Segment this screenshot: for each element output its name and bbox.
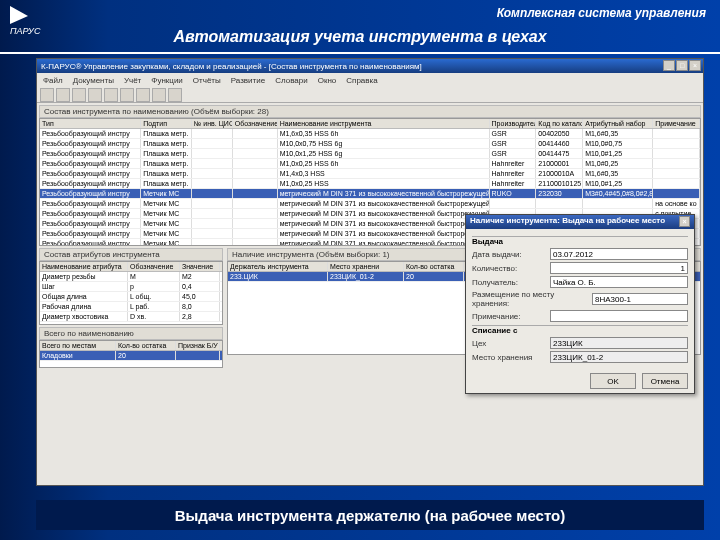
app-title: К-ПАРУС® Управление закупками, складом и…: [41, 62, 422, 71]
table-row[interactable]: Резьбообразующий инструМетчик МСметричес…: [40, 189, 700, 199]
menu-documents[interactable]: Документы: [73, 76, 114, 85]
close-button[interactable]: ×: [689, 60, 701, 71]
menu-functions[interactable]: Функции: [151, 76, 183, 85]
table-row[interactable]: Резьбообразующий инструПлашка метр.M10,0…: [40, 149, 700, 159]
date-label: Дата выдачи:: [472, 250, 550, 259]
tool-icon[interactable]: [40, 88, 54, 102]
cancel-button[interactable]: Отмена: [642, 373, 688, 389]
tool-icon[interactable]: [72, 88, 86, 102]
title-underline: [0, 52, 720, 54]
location-field[interactable]: 8НА300-1: [592, 293, 688, 305]
table-row[interactable]: Диаметр хвостовикаD хв.2,8: [40, 312, 222, 322]
table-row[interactable]: Диаметр резьбыМM2: [40, 272, 222, 282]
menu-development[interactable]: Развитие: [231, 76, 265, 85]
panel1-title: Состав инструмента по наименованию (Объё…: [39, 105, 701, 118]
ok-button[interactable]: OK: [590, 373, 636, 389]
table-row[interactable]: Резьбообразующий инструПлашка метр.M1,0x…: [40, 179, 700, 189]
location-label: Размещение по месту хранения:: [472, 290, 592, 308]
list-field: 233ЦИК: [550, 337, 688, 349]
footer-caption: Выдача инструмента держателю (на рабочее…: [36, 500, 704, 530]
dialog-section-issue: Выдача: [472, 236, 688, 246]
tool-icon[interactable]: [168, 88, 182, 102]
dialog-title: Наличие инструмента: Выдача на рабочее м…: [470, 216, 665, 228]
table-row[interactable]: Резьбообразующий инструМетчик МСметричес…: [40, 199, 700, 209]
titlebar: К-ПАРУС® Управление закупками, складом и…: [37, 59, 703, 73]
maximize-button[interactable]: □: [676, 60, 688, 71]
menu-window[interactable]: Окно: [318, 76, 337, 85]
tool-icon[interactable]: [104, 88, 118, 102]
slide-title: Автоматизация учета инструмента в цехах: [0, 28, 720, 46]
note-field[interactable]: [550, 310, 688, 322]
table-row[interactable]: Резьбообразующий инструПлашка метр.M1,6x…: [40, 129, 700, 139]
table-row[interactable]: Общая длинаL общ.45,0: [40, 292, 222, 302]
tool-icon[interactable]: [56, 88, 70, 102]
tool-icon[interactable]: [88, 88, 102, 102]
store-label: Место хранения: [472, 353, 550, 362]
list-label: Цех: [472, 339, 550, 348]
menu-dictionaries[interactable]: Словари: [275, 76, 308, 85]
app-window: К-ПАРУС® Управление закупками, складом и…: [36, 58, 704, 486]
qty-field[interactable]: 1: [550, 262, 688, 274]
qty-label: Количество:: [472, 264, 550, 273]
totals-grid[interactable]: Всего по местамКол-во остаткаПризнак Б/У…: [39, 340, 223, 368]
panel2-title: Состав атрибутов инструмента: [39, 248, 223, 261]
tool-icon[interactable]: [120, 88, 134, 102]
menubar: Файл Документы Учёт Функции Отчёты Разви…: [37, 73, 703, 87]
receiver-field[interactable]: Чайка О. Б.: [550, 276, 688, 288]
table-row[interactable]: Шагр0,4: [40, 282, 222, 292]
date-field[interactable]: 03.07.2012: [550, 248, 688, 260]
attributes-grid[interactable]: Наименование атрибутаОбозначениеЗначение…: [39, 261, 223, 325]
receiver-label: Получатель:: [472, 278, 550, 287]
menu-accounting[interactable]: Учёт: [124, 76, 141, 85]
toolbar: [37, 87, 703, 103]
issue-dialog: Наличие инструмента: Выдача на рабочее м…: [465, 214, 695, 394]
tool-icon[interactable]: [136, 88, 150, 102]
menu-file[interactable]: Файл: [43, 76, 63, 85]
table-row[interactable]: Рабочая длинаL раб.8,0: [40, 302, 222, 312]
menu-reports[interactable]: Отчёты: [193, 76, 221, 85]
dialog-section-writeoff: Списание с: [472, 325, 688, 335]
note-label: Примечание:: [472, 312, 550, 321]
menu-help[interactable]: Справка: [346, 76, 377, 85]
tool-icon[interactable]: [152, 88, 166, 102]
table-row[interactable]: Резьбообразующий инструПлашка метр.M1,0x…: [40, 159, 700, 169]
minimize-button[interactable]: _: [663, 60, 675, 71]
table-row[interactable]: Резьбообразующий инструПлашка метр.M1,4x…: [40, 169, 700, 179]
table-row[interactable]: Кладовки20: [40, 351, 222, 361]
dialog-close-button[interactable]: ×: [679, 216, 690, 227]
store-field: 233ЦИК_01-2: [550, 351, 688, 363]
brand-label: Комплексная система управления: [497, 6, 706, 20]
table-row[interactable]: Резьбообразующий инструПлашка метр.M10,0…: [40, 139, 700, 149]
panel4-title: Всего по наименованию: [39, 327, 223, 340]
